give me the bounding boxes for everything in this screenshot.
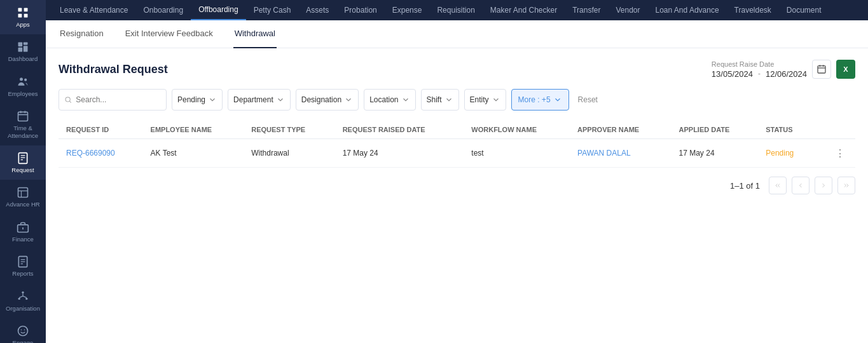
sidebar-item-dashboard-label: Dashboard bbox=[8, 55, 38, 62]
cell-request-type: Withdrawal bbox=[244, 139, 334, 168]
svg-point-27 bbox=[22, 291, 24, 293]
location-filter[interactable]: Location bbox=[364, 89, 415, 111]
chevron-down-icon-shift bbox=[444, 95, 453, 104]
search-input[interactable] bbox=[76, 95, 161, 104]
sidebar-item-employees-label: Employees bbox=[8, 90, 38, 97]
chevron-down-icon-more bbox=[553, 95, 562, 104]
cell-actions: ⋮ bbox=[815, 139, 855, 168]
nav-expense[interactable]: Expense bbox=[385, 0, 430, 20]
cell-workflow-name: test bbox=[464, 139, 570, 168]
sidebar-item-reports[interactable]: Reports bbox=[0, 249, 46, 283]
sidebar-item-dashboard[interactable]: Dashboard bbox=[0, 34, 46, 69]
sub-tabs: Resignation Exit Interview Feedback With… bbox=[46, 20, 868, 48]
nav-offboarding[interactable]: Offboarding bbox=[191, 0, 246, 20]
nav-leave-attendance[interactable]: Leave & Attendance bbox=[52, 0, 135, 20]
nav-probation[interactable]: Probation bbox=[336, 0, 384, 20]
nav-vendor[interactable]: Vendor bbox=[608, 0, 647, 20]
svg-line-41 bbox=[70, 101, 71, 102]
prev-page-icon bbox=[797, 182, 804, 189]
designation-filter[interactable]: Designation bbox=[296, 89, 359, 111]
nav-petty-cash[interactable]: Petty Cash bbox=[246, 0, 299, 20]
top-nav: Leave & Attendance Onboarding Offboardin… bbox=[46, 0, 868, 20]
main-area: Leave & Attendance Onboarding Offboardin… bbox=[46, 0, 868, 343]
nav-loan-advance[interactable]: Loan And Advance bbox=[647, 0, 726, 20]
reports-icon bbox=[17, 255, 29, 268]
chevron-down-icon-desig bbox=[344, 95, 353, 104]
table-header-row: REQUEST ID EMPLOYEE NAME REQUEST TYPE RE… bbox=[59, 121, 855, 139]
row-menu: ⋮ bbox=[823, 145, 848, 161]
nav-document[interactable]: Document bbox=[779, 0, 829, 20]
first-page-icon bbox=[774, 182, 782, 189]
department-filter[interactable]: Department bbox=[228, 89, 291, 111]
nav-maker-checker[interactable]: Maker And Checker bbox=[483, 0, 565, 20]
pagination-last-button[interactable] bbox=[837, 177, 855, 194]
col-status: STATUS bbox=[758, 121, 815, 139]
sidebar-item-finance[interactable]: Finance bbox=[0, 215, 46, 249]
pagination-next-button[interactable] bbox=[815, 177, 832, 194]
cell-applied-date: 17 May 24 bbox=[672, 139, 759, 168]
svg-rect-1 bbox=[24, 8, 28, 12]
col-request-raised-date: REQUEST RAISED DATE bbox=[335, 121, 464, 139]
row-actions-button[interactable]: ⋮ bbox=[832, 145, 848, 161]
nav-assets[interactable]: Assets bbox=[298, 0, 336, 20]
cell-status: Pending bbox=[758, 139, 815, 168]
svg-point-35 bbox=[24, 329, 25, 330]
calendar-picker-button[interactable] bbox=[812, 60, 831, 79]
content-header: Withdrawal Request Request Raise Date 13… bbox=[59, 60, 855, 79]
svg-rect-2 bbox=[18, 14, 22, 18]
sidebar-item-advance-hr[interactable]: Advance HR bbox=[0, 180, 46, 214]
finance-icon bbox=[17, 221, 29, 234]
col-actions bbox=[815, 121, 855, 139]
pagination-first-button[interactable] bbox=[769, 177, 787, 194]
pagination-prev-button[interactable] bbox=[792, 177, 809, 194]
engage-icon bbox=[17, 325, 29, 337]
department-filter-label: Department bbox=[233, 95, 273, 104]
next-page-icon bbox=[820, 182, 827, 189]
nav-onboarding[interactable]: Onboarding bbox=[135, 0, 191, 20]
svg-line-32 bbox=[23, 296, 27, 298]
svg-point-9 bbox=[24, 78, 27, 81]
calendar-icon bbox=[816, 64, 827, 74]
tab-exit-interview[interactable]: Exit Interview Feedback bbox=[124, 20, 214, 48]
request-id-link[interactable]: REQ-6669090 bbox=[66, 149, 115, 158]
sidebar-item-apps[interactable]: Apps bbox=[0, 0, 46, 34]
status-badge: Pending bbox=[766, 149, 794, 158]
content-area: Withdrawal Request Request Raise Date 13… bbox=[46, 48, 868, 343]
sidebar-item-employees[interactable]: Employees bbox=[0, 69, 46, 104]
svg-point-28 bbox=[18, 297, 20, 299]
sidebar-item-engage[interactable]: Engage bbox=[0, 318, 46, 343]
shift-filter[interactable]: Shift bbox=[421, 89, 459, 111]
svg-rect-18 bbox=[18, 188, 28, 198]
request-icon bbox=[17, 152, 29, 165]
sidebar-item-request[interactable]: Request bbox=[0, 145, 46, 180]
nav-requisition[interactable]: Requisition bbox=[429, 0, 482, 20]
reset-button[interactable]: Reset bbox=[574, 95, 602, 104]
approver-link[interactable]: PAWAN DALAL bbox=[577, 149, 631, 158]
entity-filter[interactable]: Entity bbox=[464, 89, 506, 111]
location-filter-label: Location bbox=[369, 95, 398, 104]
pagination-info: 1–1 of 1 bbox=[730, 181, 760, 191]
date-to: 12/06/2024 bbox=[766, 69, 807, 79]
cell-request-raised-date: 17 May 24 bbox=[335, 139, 464, 168]
more-filters-button[interactable]: More : +5 bbox=[511, 89, 569, 111]
nav-transfer[interactable]: Transfer bbox=[565, 0, 608, 20]
search-box[interactable] bbox=[59, 89, 167, 111]
tab-withdrawal[interactable]: Withdrawal bbox=[233, 20, 277, 48]
sidebar-item-organisation[interactable]: Organisation bbox=[0, 284, 46, 318]
svg-rect-3 bbox=[24, 14, 28, 18]
table-row: REQ-6669090 AK Test Withdrawal 17 May 24… bbox=[59, 139, 855, 168]
chevron-down-icon-dept bbox=[276, 95, 285, 104]
search-icon bbox=[64, 95, 72, 104]
sidebar-item-request-label: Request bbox=[11, 166, 34, 173]
svg-rect-0 bbox=[18, 8, 22, 12]
cell-request-id: REQ-6669090 bbox=[59, 139, 143, 168]
status-filter[interactable]: Pending bbox=[172, 89, 223, 111]
tab-resignation[interactable]: Resignation bbox=[59, 20, 105, 48]
nav-traveldesk[interactable]: Traveldesk bbox=[727, 0, 779, 20]
grid-icon bbox=[17, 6, 29, 19]
chevron-down-icon bbox=[208, 95, 217, 104]
export-excel-button[interactable]: X bbox=[836, 60, 855, 79]
sidebar-item-advance-hr-label: Advance HR bbox=[6, 201, 39, 208]
col-workflow-name: WORKFLOW NAME bbox=[464, 121, 570, 139]
sidebar-item-time-attendance[interactable]: Time & Attendance bbox=[0, 104, 46, 145]
